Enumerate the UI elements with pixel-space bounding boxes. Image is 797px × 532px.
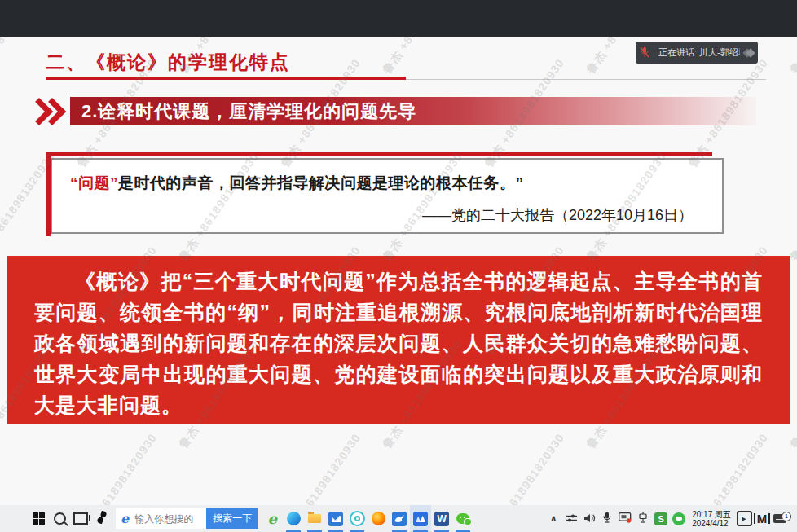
green-e-browser-button[interactable]: e	[262, 505, 283, 532]
microphone-icon	[603, 512, 611, 526]
quote-rest: 是时代的声音，回答并指导解决问题是理论的根本任务。”	[118, 174, 524, 191]
task-view-button[interactable]	[70, 505, 91, 532]
touch-keyboard-icon: 1	[773, 514, 786, 523]
edge-icon	[287, 512, 301, 525]
screen: 鲁杰 +8618981820930鲁杰 +8618981820930鲁杰 +86…	[0, 0, 797, 532]
teal-ring-app-button[interactable]	[346, 505, 368, 532]
watermark-text: 鲁杰 +8618981820930	[787, 37, 797, 77]
presentation-slide: 鲁杰 +8618981820930鲁杰 +8618981820930鲁杰 +86…	[0, 37, 797, 505]
quote-text: “问题”是时代的声音，回答并指导解决问题是理论的根本任务。”	[70, 173, 706, 194]
screen-share-tray-button[interactable]	[616, 505, 634, 532]
clock-date: 2024/4/12	[692, 519, 731, 528]
watermark-text: 鲁杰 +8618981820930	[74, 431, 161, 505]
watermark-text: 鲁杰 +8618981820930	[380, 37, 466, 77]
ie-blue-icon: e	[121, 512, 129, 525]
tencent-meeting-button[interactable]	[410, 505, 431, 532]
m-logo-icon: M	[754, 513, 771, 524]
file-explorer-button[interactable]	[304, 505, 325, 532]
firefox-icon	[372, 512, 385, 525]
chevron-up-icon: ∧	[550, 513, 557, 524]
file-explorer-icon	[308, 514, 321, 523]
body-text: 《概论》把“三个重大时代问题”作为总括全书的逻辑起点、主导全书的首要问题、统领全…	[34, 266, 763, 420]
green-e-browser-icon: e	[267, 512, 276, 525]
task-view-icon	[73, 512, 88, 525]
sogou-input-button[interactable]: S	[652, 505, 670, 532]
tencent-meeting-icon	[413, 512, 428, 526]
web-search-input[interactable]	[133, 512, 206, 525]
touch-keyboard-tray-button[interactable]: 1	[771, 505, 789, 532]
microphone-tray-button[interactable]	[598, 505, 616, 532]
watermark-text: 鲁杰 +8618981820930	[685, 431, 772, 505]
speaker-icon	[583, 512, 596, 526]
teal-ring-app-icon	[350, 511, 365, 526]
top-black-bar	[0, 0, 797, 37]
pinwheel-app-icon	[95, 510, 109, 528]
play-box-icon: ▶	[737, 511, 752, 526]
watermark-text: 鲁杰 +8618981820930	[278, 431, 364, 505]
start-icon	[33, 512, 45, 525]
play-box-tray-button[interactable]: ▶	[735, 505, 753, 532]
start-button[interactable]	[28, 505, 49, 532]
body-text-block: 《概论》把“三个重大时代问题”作为总括全书的逻辑起点、主导全书的首要问题、统领全…	[7, 256, 790, 424]
bird-app-button[interactable]	[389, 505, 410, 532]
sliders-icon	[566, 512, 577, 526]
double-chevron-icon	[29, 102, 62, 121]
green-circle-tray-icon	[672, 512, 685, 525]
watermark-text: 鲁杰 +8618981820930	[482, 431, 568, 505]
pinwheel-app-button[interactable]	[91, 505, 112, 532]
m-logo-tray-button[interactable]: M	[753, 505, 771, 532]
sliders-tray-button[interactable]	[562, 505, 580, 532]
mic-muted-icon	[640, 46, 649, 59]
taskbar-search-icon	[54, 512, 66, 525]
web-search-button[interactable]: 搜索一下	[206, 508, 258, 529]
web-search-box: e 搜索一下	[116, 508, 258, 529]
speaking-notification[interactable]: 正在讲话: 川大-郭绍均;	[636, 42, 758, 64]
speaking-label: 正在讲话: 川大-郭绍均;	[658, 46, 740, 59]
tray-expand-button[interactable]: ∧	[544, 505, 562, 532]
sogou-input-icon: S	[654, 512, 667, 525]
section-banner: 2.诠释时代课题，厘清学理化的问题先导	[70, 97, 756, 125]
clock-time: 20:17 周五	[692, 510, 731, 519]
word-button[interactable]: W	[431, 505, 452, 532]
section-banner-row: 2.诠释时代课题，厘清学理化的问题先导	[29, 97, 756, 125]
toast-divider	[654, 47, 654, 58]
quote-box: “问题”是时代的声音，回答并指导解决问题是理论的根本任务。” ——党的二十大报告…	[51, 158, 724, 234]
slide-title: 二、《概论》的学理化特点	[46, 50, 290, 75]
quote-highlight: “问题”	[70, 174, 118, 191]
screen-share-icon	[619, 512, 632, 526]
title-rule-red	[46, 77, 406, 80]
taskbar: e 搜索一下 e	[0, 505, 797, 532]
quote-attribution: ——党的二十大报告（2022年10月16日）	[52, 205, 693, 225]
word-icon: W	[434, 512, 449, 526]
wechat-icon	[456, 513, 469, 524]
taskbar-clock[interactable]: 20:17 周五 2024/4/12	[688, 505, 735, 532]
system-tray: ∧	[544, 505, 797, 532]
signpost-icon	[638, 512, 648, 526]
firefox-button[interactable]	[368, 505, 389, 532]
notification-badge: 1	[782, 512, 791, 521]
wechat-button[interactable]	[452, 505, 473, 532]
volume-tray-button[interactable]	[580, 505, 598, 532]
mail-icon	[328, 512, 343, 526]
mail-button[interactable]	[325, 505, 346, 532]
watermark-text: 鲁杰 +8618981820930	[787, 150, 797, 264]
green-circle-tray-button[interactable]	[670, 505, 688, 532]
signpost-tray-button[interactable]	[634, 505, 652, 532]
edge-button[interactable]	[283, 505, 304, 532]
bird-app-icon	[392, 512, 407, 526]
taskbar-search-button[interactable]	[49, 505, 70, 532]
meeting-logo-icon	[744, 50, 754, 56]
